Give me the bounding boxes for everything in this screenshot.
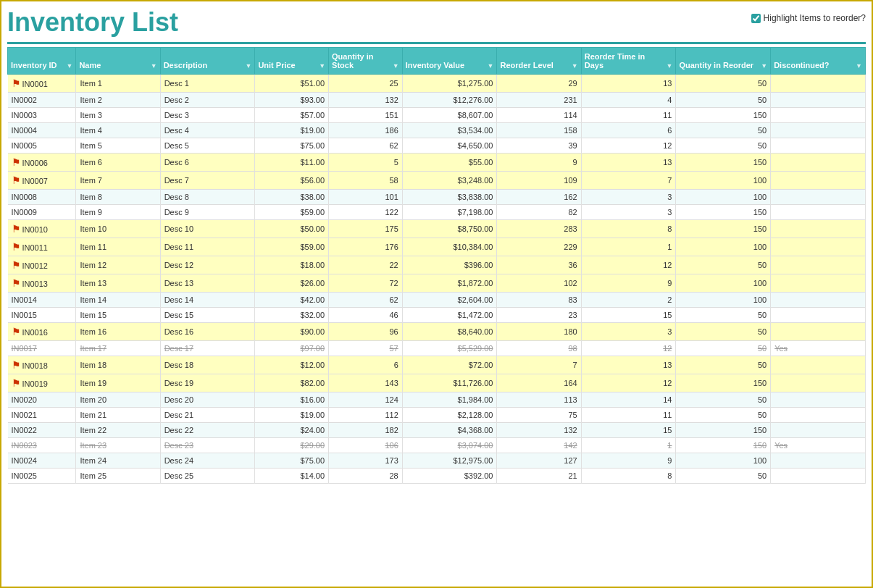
highlight-option: Highlight Items to reorder? [751,13,866,23]
cell-reorder-days: 12 [581,341,676,356]
cell-desc: Desc 21 [160,408,255,423]
table-row: IN0015Item 15Desc 15$32.0046$1,472.00231… [8,308,866,323]
cell-name: Item 13 [76,274,160,293]
cell-reorder-days: 14 [581,392,676,408]
cell-reorder-days: 3 [581,205,676,220]
cell-qty-reorder: 50 [676,323,771,341]
cell-qty-stock: 22 [329,256,403,274]
col-header-discontinued: Discontinued? ▼ [771,48,866,75]
col-header-qreorder: Quantity in Reorder ▼ [676,48,771,75]
cell-qty-stock: 124 [329,392,403,408]
cell-discontinued [771,205,866,220]
table-row: ⚑IN0011Item 11Desc 11$59.00176$10,384.00… [8,238,866,256]
cell-id: IN0017 [8,341,76,356]
cell-reorder-level: 142 [497,438,581,453]
cell-inv-value: $8,640.00 [402,323,497,341]
cell-name: Item 11 [76,238,160,256]
cell-qty-reorder: 100 [676,293,771,308]
cell-desc: Desc 22 [160,423,255,438]
cell-discontinued: Yes [771,438,866,453]
cell-discontinued [771,423,866,438]
cell-inv-value: $1,984.00 [402,392,497,408]
reorder-dropdown-icon[interactable]: ▼ [572,62,578,70]
cell-reorder-days: 8 [581,220,676,238]
cell-discontinued [771,190,866,205]
cell-discontinued [771,256,866,274]
name-dropdown-icon[interactable]: ▼ [151,62,157,70]
cell-price: $50.00 [255,220,329,238]
cell-price: $16.00 [255,392,329,408]
cell-price: $93.00 [255,93,329,108]
cell-qty-stock: 46 [329,308,403,323]
id-dropdown-icon[interactable]: ▼ [67,62,73,70]
col-header-price: Unit Price ▼ [255,48,329,75]
table-row: IN0020Item 20Desc 20$16.00124$1,984.0011… [8,392,866,408]
cell-discontinued [771,469,866,484]
cell-price: $26.00 [255,274,329,293]
cell-inv-value: $4,650.00 [402,138,497,154]
cell-name: Item 23 [76,438,160,453]
cell-name: Item 16 [76,323,160,341]
table-row: IN0005Item 5Desc 5$75.0062$4,650.0039125… [8,138,866,154]
cell-reorder-level: 132 [497,423,581,438]
cell-qty-stock: 186 [329,123,403,138]
cell-price: $59.00 [255,205,329,220]
cell-reorder-days: 3 [581,323,676,341]
cell-desc: Desc 3 [160,108,255,123]
table-row: IN0022Item 22Desc 22$24.00182$4,368.0013… [8,423,866,438]
inv-dropdown-icon[interactable]: ▼ [488,62,494,70]
cell-inv-value: $3,074.00 [402,438,497,453]
highlight-checkbox[interactable] [751,14,761,23]
cell-discontinued [771,356,866,374]
cell-qty-reorder: 50 [676,392,771,408]
desc-dropdown-icon[interactable]: ▼ [245,62,251,70]
cell-name: Item 10 [76,220,160,238]
cell-name: Item 19 [76,374,160,392]
highlight-label[interactable]: Highlight Items to reorder? [764,13,866,23]
table-row: ⚑IN0006Item 6Desc 6$11.005$55.00913150 [8,154,866,172]
price-dropdown-icon[interactable]: ▼ [319,62,325,70]
cell-id: IN0022 [8,423,76,438]
cell-id: IN0015 [8,308,76,323]
table-row: IN0002Item 2Desc 2$93.00132$12,276.00231… [8,93,866,108]
cell-name: Item 4 [76,123,160,138]
cell-reorder-days: 4 [581,93,676,108]
cell-reorder-level: 109 [497,172,581,190]
qty-dropdown-icon[interactable]: ▼ [393,62,399,70]
cell-discontinued [771,374,866,392]
cell-inv-value: $392.00 [402,469,497,484]
divider [7,42,866,44]
cell-discontinued [771,308,866,323]
page-wrapper: Inventory List Highlight Items to reorde… [0,0,873,588]
cell-reorder-days: 11 [581,108,676,123]
cell-inv-value: $12,975.00 [402,453,497,469]
reorder-flag-icon: ⚑ [12,326,21,337]
cell-reorder-days: 13 [581,75,676,93]
cell-desc: Desc 11 [160,238,255,256]
table-container: Inventory ID ▼ Name ▼ Description [7,47,866,484]
table-row: ⚑IN0018Item 18Desc 18$12.006$72.0071350 [8,356,866,374]
cell-reorder-days: 12 [581,374,676,392]
cell-qty-stock: 151 [329,108,403,123]
cell-qty-stock: 28 [329,469,403,484]
cell-desc: Desc 6 [160,154,255,172]
cell-reorder-level: 75 [497,408,581,423]
rtime-dropdown-icon[interactable]: ▼ [667,62,673,70]
cell-price: $29.00 [255,438,329,453]
disc-dropdown-icon[interactable]: ▼ [856,62,862,70]
cell-desc: Desc 2 [160,93,255,108]
qreorder-dropdown-icon[interactable]: ▼ [761,62,767,70]
cell-qty-stock: 175 [329,220,403,238]
table-row: IN0003Item 3Desc 3$57.00151$8,607.001141… [8,108,866,123]
cell-desc: Desc 16 [160,323,255,341]
cell-qty-reorder: 150 [676,423,771,438]
cell-discontinued [771,238,866,256]
cell-inv-value: $2,128.00 [402,408,497,423]
table-row: ⚑IN0001Item 1Desc 1$51.0025$1,275.002913… [8,75,866,93]
cell-reorder-level: 7 [497,356,581,374]
page-title: Inventory List [7,7,178,38]
cell-reorder-days: 11 [581,408,676,423]
cell-qty-reorder: 50 [676,138,771,154]
cell-reorder-days: 1 [581,438,676,453]
cell-id: ⚑IN0006 [8,154,76,172]
